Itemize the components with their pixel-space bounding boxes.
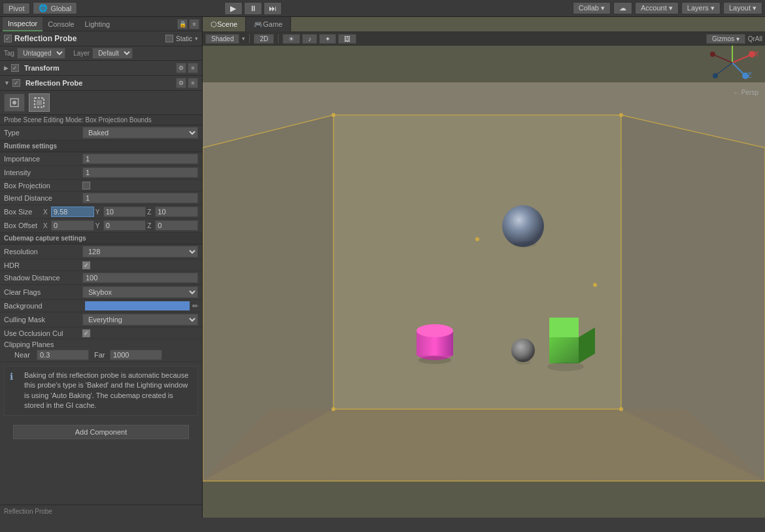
probe-btn-2[interactable] xyxy=(29,93,50,112)
box-offset-x-field: X xyxy=(43,220,94,231)
box-size-y-field: Y xyxy=(95,207,146,217)
tag-select[interactable]: Untagged xyxy=(17,48,65,59)
fx-btn[interactable]: ✦ xyxy=(319,34,336,44)
hdr-checkbox[interactable] xyxy=(82,261,90,269)
box-size-y-input[interactable] xyxy=(103,207,146,217)
box-size-x-input[interactable] xyxy=(51,207,94,217)
box-offset-x-input[interactable] xyxy=(51,220,94,231)
shaded-dropdown-arrow[interactable]: ▾ xyxy=(242,35,245,42)
object-header: Reflection Probe Static ▾ xyxy=(0,31,202,46)
persp-label[interactable]: ← Persp xyxy=(733,89,758,96)
cloud-button[interactable]: ☁ xyxy=(613,2,632,14)
menu-icon[interactable]: ≡ xyxy=(189,19,199,29)
svg-point-41 xyxy=(415,357,454,367)
svg-point-29 xyxy=(502,205,544,247)
culling-mask-select[interactable]: Everything xyxy=(82,314,198,325)
box-size-z-input[interactable] xyxy=(155,207,198,217)
hdr-row: HDR xyxy=(0,259,202,271)
pause-button[interactable]: ⏸ xyxy=(244,2,262,15)
x-letter: X xyxy=(43,208,50,216)
svg-text:X: X xyxy=(754,50,758,58)
static-checkbox[interactable] xyxy=(165,35,173,42)
importance-input[interactable] xyxy=(82,154,198,164)
lock-icon[interactable]: 🔒 xyxy=(177,19,188,29)
static-dropdown-arrow[interactable]: ▾ xyxy=(195,35,198,42)
pivot-button[interactable]: Pivot xyxy=(3,3,30,14)
box-projection-checkbox[interactable] xyxy=(82,182,90,190)
rp-enable-checkbox[interactable] xyxy=(12,79,20,87)
box-offset-row: Box Offset X Y Z xyxy=(0,219,202,233)
console-tab[interactable]: Console xyxy=(42,17,79,31)
scene-canvas xyxy=(203,46,765,518)
clipping-planes-row: Clipping Planes Near Far xyxy=(0,339,202,362)
audio-btn[interactable]: ♪ xyxy=(302,34,317,44)
global-button[interactable]: 🌐 Global xyxy=(33,2,77,14)
shadow-distance-row: Shadow Distance xyxy=(0,271,202,285)
layers-button[interactable]: Layers ▾ xyxy=(681,2,721,14)
transform-section-header[interactable]: ▶ Transform ⚙ ≡ xyxy=(0,61,202,76)
separator-2 xyxy=(278,34,279,43)
box-offset-z-input[interactable] xyxy=(155,220,198,231)
background-color-swatch[interactable] xyxy=(85,301,190,310)
account-button[interactable]: Account ▾ xyxy=(635,2,679,14)
transform-section-title: Transform xyxy=(24,64,173,72)
play-button[interactable]: ▶ xyxy=(224,2,243,15)
scene-tab[interactable]: ⬡ Scene xyxy=(203,17,246,31)
rp-icons: ⚙ ≡ xyxy=(176,78,198,88)
layer-select[interactable]: Default xyxy=(92,48,133,59)
shaded-button[interactable]: Shaded xyxy=(205,34,239,44)
rp-context-icon[interactable]: ≡ xyxy=(188,78,198,88)
clear-flags-select[interactable]: Skybox xyxy=(82,286,198,298)
inspector-tab[interactable]: Inspector xyxy=(3,17,42,31)
svg-point-20 xyxy=(619,113,623,117)
svg-point-35 xyxy=(511,339,535,362)
add-component-button[interactable]: Add Component xyxy=(13,425,189,439)
sunlight-btn[interactable]: ☀ xyxy=(282,34,300,44)
type-select[interactable]: Baked xyxy=(82,127,198,139)
inspector-header: Inspector Console Lighting 🔒 ≡ xyxy=(0,17,202,31)
gizmos-button[interactable]: Gizmos ▾ xyxy=(706,34,745,44)
scene-view-btn[interactable]: 🖼 xyxy=(338,34,356,44)
svg-point-40 xyxy=(547,362,584,371)
svg-marker-38 xyxy=(549,337,579,363)
global-icon: 🌐 xyxy=(39,4,48,12)
static-label: Static xyxy=(176,35,192,42)
box-offset-fields: X Y Z xyxy=(43,220,198,231)
svg-line-53 xyxy=(714,55,732,63)
svg-text:Z: Z xyxy=(747,71,752,79)
lighting-tab[interactable]: Lighting xyxy=(80,17,116,31)
main-layout: Inspector Console Lighting 🔒 ≡ Reflectio… xyxy=(0,17,765,518)
layer-label: Layer xyxy=(73,50,90,57)
color-edit-icon[interactable]: ✏ xyxy=(192,302,198,310)
reflection-probe-section-header[interactable]: ▼ Reflection Probe ⚙ ≡ xyxy=(0,76,202,91)
hdr-label: HDR xyxy=(4,261,82,269)
svg-point-33 xyxy=(416,324,453,337)
svg-point-23 xyxy=(475,237,479,241)
probe-info-bar: Probe Scene Editing Mode: Box Projection… xyxy=(0,115,202,125)
box-offset-y-input[interactable] xyxy=(103,220,146,231)
rp-collapse-arrow: ▼ xyxy=(4,80,10,86)
far-input[interactable] xyxy=(110,350,162,360)
probe-btn-1[interactable] xyxy=(4,93,25,112)
console-tab-label: Console xyxy=(48,20,74,28)
transform-context-icon[interactable]: ≡ xyxy=(188,63,198,73)
svg-point-1 xyxy=(12,101,16,105)
near-input[interactable] xyxy=(37,350,89,360)
shadow-distance-label: Shadow Distance xyxy=(4,274,82,282)
blend-distance-input[interactable] xyxy=(82,193,198,203)
transform-edit-icon[interactable]: ⚙ xyxy=(176,63,186,73)
layout-button[interactable]: Layout ▾ xyxy=(723,2,762,14)
object-active-checkbox[interactable] xyxy=(4,35,12,42)
shadow-distance-input[interactable] xyxy=(82,273,198,283)
transform-enable-checkbox[interactable] xyxy=(11,64,19,72)
2d-button[interactable]: 2D xyxy=(254,34,274,44)
intensity-input[interactable] xyxy=(82,167,198,178)
collab-button[interactable]: Collab ▾ xyxy=(573,2,611,14)
inspector-panel: Inspector Console Lighting 🔒 ≡ Reflectio… xyxy=(0,17,203,518)
game-tab[interactable]: 🎮 Game xyxy=(246,17,291,31)
step-button[interactable]: ⏭ xyxy=(264,2,282,15)
scene-game-tabs: ⬡ Scene 🎮 Game xyxy=(203,17,291,31)
resolution-select[interactable]: 128 xyxy=(82,246,198,258)
rp-edit-icon[interactable]: ⚙ xyxy=(176,78,186,88)
use-occlusion-checkbox[interactable] xyxy=(82,329,90,337)
